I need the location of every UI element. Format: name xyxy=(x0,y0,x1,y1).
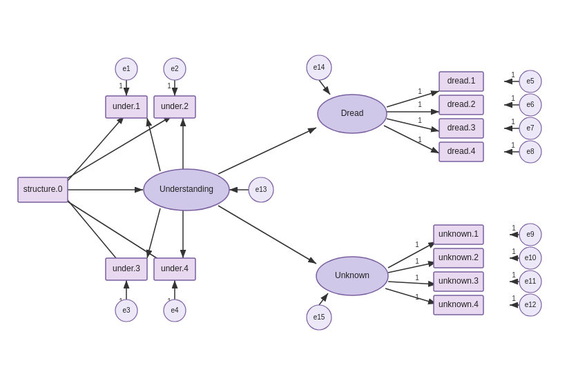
e14-label: e14 xyxy=(314,63,325,71)
e15-label: e15 xyxy=(314,313,325,321)
coeff-e6-dread2: 1 xyxy=(511,95,515,102)
coeff-unknown-unknown3: 1 xyxy=(415,274,419,282)
coeff-e12-unknown4: 1 xyxy=(512,295,516,302)
coeff-e9-unknown1: 1 xyxy=(512,224,516,232)
e5-label: e5 xyxy=(526,77,535,85)
e3-label: e3 xyxy=(122,306,131,314)
under4-label: under.4 xyxy=(161,264,189,273)
coeff-unknown-unknown1: 1 xyxy=(415,241,419,248)
coeff-dread-dread2: 1 xyxy=(418,101,422,108)
coeff-dread-dread3: 1 xyxy=(418,117,422,124)
diagram-canvas: 1 1 1 1 1 1 1 1 1 1 1 1 1 1 1 1 1 1 1 1 … xyxy=(0,0,587,392)
arrow-understanding-under3 xyxy=(147,208,160,258)
e10-label: e10 xyxy=(525,254,537,262)
dread3-label: dread.3 xyxy=(448,123,476,133)
arrow-understanding-under1 xyxy=(147,118,160,171)
e7-label: e7 xyxy=(526,124,535,132)
arrow-unknown-unknown3 xyxy=(388,282,436,284)
dread4-label: dread.4 xyxy=(448,146,476,156)
arrow-dread-dread1 xyxy=(387,91,439,107)
unknown1-label: unknown.1 xyxy=(439,229,479,239)
coeff-dread-dread1: 1 xyxy=(418,88,422,95)
e11-label: e11 xyxy=(525,277,537,285)
arrow-understanding-dread xyxy=(218,128,316,174)
coeff-e7-dread3: 1 xyxy=(511,118,515,126)
dread2-label: dread.2 xyxy=(448,99,476,109)
e9-label: e9 xyxy=(526,231,535,238)
coeff-e5-dread1: 1 xyxy=(511,71,515,79)
arrow-struct-under2 xyxy=(68,116,172,178)
under2-label: under.2 xyxy=(161,101,189,111)
e6-label: e6 xyxy=(526,101,535,108)
arrow-struct-under3 xyxy=(68,200,123,266)
arrow-struct-under1 xyxy=(68,116,124,181)
unknown-label: Unknown xyxy=(335,271,369,280)
coeff-unknown-unknown2: 1 xyxy=(415,257,419,265)
arrow-dread-dread3 xyxy=(387,119,439,131)
unknown2-label: unknown.2 xyxy=(439,253,479,262)
e4-label: e4 xyxy=(171,306,179,314)
unknown4-label: unknown.4 xyxy=(439,300,479,309)
under1-label: under.1 xyxy=(113,101,140,111)
arrow-e15-unknown xyxy=(319,293,328,305)
structure0-label: structure.0 xyxy=(23,184,63,194)
coeff-e1-under1: 1 xyxy=(119,82,123,90)
e12-label: e12 xyxy=(525,301,537,308)
coeff-e11-unknown3: 1 xyxy=(512,271,516,279)
arrow-e14-dread xyxy=(319,80,330,95)
dread-label: Dread xyxy=(341,108,364,118)
arrow-understanding-unknown xyxy=(218,206,316,264)
coeff-e10-unknown2: 1 xyxy=(512,248,516,255)
under3-label: under.3 xyxy=(113,264,140,273)
e1-label: e1 xyxy=(122,65,131,72)
coeff-e8-dread4: 1 xyxy=(511,141,515,149)
dread1-label: dread.1 xyxy=(448,76,476,86)
e13-label: e13 xyxy=(256,186,267,193)
e8-label: e8 xyxy=(526,148,535,155)
understanding-label: Understanding xyxy=(160,184,213,194)
coeff-e2-under2: 1 xyxy=(167,82,171,90)
arrow-unknown-unknown4 xyxy=(385,288,436,304)
e2-label: e2 xyxy=(171,65,179,72)
coeff-unknown-unknown4: 1 xyxy=(415,293,419,301)
unknown3-label: unknown.3 xyxy=(439,276,479,286)
coeff-dread-dread4: 1 xyxy=(418,136,422,144)
arrow-dread-dread4 xyxy=(384,126,439,153)
